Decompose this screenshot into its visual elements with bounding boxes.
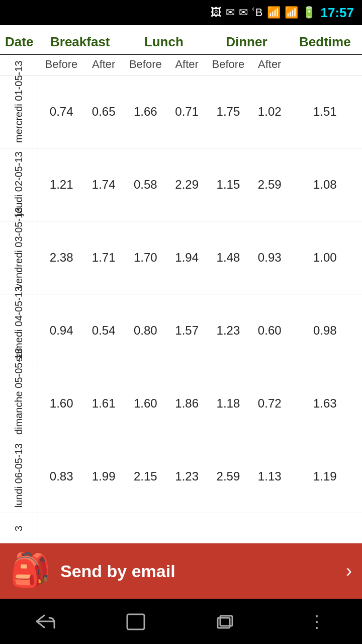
value-cell: 1.66	[123, 75, 169, 148]
col-date: Date	[0, 25, 38, 54]
email-icon-large: 🎒	[10, 551, 50, 591]
value-cell: 0.98	[288, 294, 362, 367]
wifi-icon: 📶	[267, 6, 281, 19]
col-breakfast: Breakfast	[38, 25, 123, 54]
sub-breakfast-after: After	[85, 54, 123, 75]
col-bedtime: Bedtime	[288, 25, 362, 54]
sub-lunch-after: After	[168, 54, 205, 75]
date-cell-partial: 3	[0, 513, 38, 543]
chevron-right-icon: ›	[346, 560, 352, 582]
value-cell: 1.71	[85, 221, 123, 294]
value-cell: 2.15	[123, 440, 169, 513]
value-cell: 0.80	[123, 294, 169, 367]
date-cell: dimanche 05-05-13	[0, 367, 38, 440]
value-cell: 1.19	[288, 440, 362, 513]
table-row-partial: 3	[0, 513, 362, 543]
table-row: lundi 06-05-130.831.992.151.232.591.131.…	[0, 440, 362, 513]
table-row: vendredi 03-05-132.381.711.701.941.480.9…	[0, 221, 362, 294]
value-cell: 1.60	[38, 367, 85, 440]
value-cell: 0.54	[85, 294, 123, 367]
value-cell: 1.74	[85, 148, 123, 221]
email-icon-2: ✉	[239, 6, 248, 19]
col-dinner: Dinner	[205, 25, 288, 54]
email-bar[interactable]: 🎒 Send by email ›	[0, 543, 362, 599]
table-row: dimanche 05-05-131.601.611.601.861.180.7…	[0, 367, 362, 440]
value-cell: 1.18	[205, 367, 251, 440]
status-icons: 🖼 ✉ ✉ ʿB 📶 📶 🔋	[211, 6, 316, 19]
value-cell: 1.23	[205, 294, 251, 367]
table-header-row-2: Before After Before After Before After	[0, 54, 362, 75]
value-cell: 0.93	[251, 221, 288, 294]
sub-lunch-before: Before	[123, 54, 169, 75]
value-cell: 1.99	[85, 440, 123, 513]
nav-bar: ⋮	[0, 599, 362, 644]
value-cell: 1.15	[205, 148, 251, 221]
table-row: samedi 04-05-130.940.540.801.571.230.600…	[0, 294, 362, 367]
home-button[interactable]	[116, 606, 156, 636]
table-row: jeudi 02-05-131.211.740.582.291.152.591.…	[0, 148, 362, 221]
value-cell-partial	[168, 513, 205, 543]
value-cell: 1.70	[123, 221, 169, 294]
value-cell-partial	[205, 513, 251, 543]
value-cell-partial	[85, 513, 123, 543]
sub-dinner-after: After	[251, 54, 288, 75]
value-cell-partial	[288, 513, 362, 543]
sub-dinner-before: Before	[205, 54, 251, 75]
bluetooth-icon: ʿB	[252, 6, 263, 19]
value-cell: 1.51	[288, 75, 362, 148]
email-label: Send by email	[60, 561, 346, 581]
value-cell: 2.29	[168, 148, 205, 221]
signal-icon: 📶	[285, 6, 298, 19]
value-cell: 1.48	[205, 221, 251, 294]
value-cell: 0.71	[168, 75, 205, 148]
svg-rect-1	[127, 614, 144, 629]
value-cell: 1.60	[123, 367, 169, 440]
value-cell: 0.94	[38, 294, 85, 367]
value-cell: 1.08	[288, 148, 362, 221]
value-cell-partial	[251, 513, 288, 543]
value-cell-partial	[38, 513, 85, 543]
date-cell: vendredi 03-05-13	[0, 221, 38, 294]
col-lunch: Lunch	[123, 25, 206, 54]
table-row: mercredi 01-05-130.740.651.660.711.751.0…	[0, 75, 362, 148]
value-cell: 1.61	[85, 367, 123, 440]
value-cell: 0.58	[123, 148, 169, 221]
glucose-table: Date Breakfast Lunch Dinner Bedtime Befo…	[0, 25, 362, 543]
date-cell: mercredi 01-05-13	[0, 75, 38, 148]
data-table[interactable]: Date Breakfast Lunch Dinner Bedtime Befo…	[0, 25, 362, 543]
value-cell: 1.13	[251, 440, 288, 513]
sub-bedtime	[288, 54, 362, 75]
value-cell: 2.38	[38, 221, 85, 294]
battery-icon: 🔋	[302, 6, 316, 19]
recents-button[interactable]	[206, 606, 246, 636]
value-cell: 0.83	[38, 440, 85, 513]
value-cell: 1.21	[38, 148, 85, 221]
value-cell: 1.57	[168, 294, 205, 367]
table-header-row-1: Date Breakfast Lunch Dinner Bedtime	[0, 25, 362, 54]
value-cell: 1.02	[251, 75, 288, 148]
main-content: Date Breakfast Lunch Dinner Bedtime Befo…	[0, 25, 362, 599]
status-bar: 🖼 ✉ ✉ ʿB 📶 📶 🔋 17:57	[0, 0, 362, 25]
value-cell: 1.94	[168, 221, 205, 294]
photo-icon: 🖼	[211, 6, 222, 19]
value-cell: 0.72	[251, 367, 288, 440]
value-cell: 2.59	[251, 148, 288, 221]
value-cell: 1.23	[168, 440, 205, 513]
value-cell: 0.60	[251, 294, 288, 367]
value-cell: 1.86	[168, 367, 205, 440]
value-cell: 1.63	[288, 367, 362, 440]
date-cell: lundi 06-05-13	[0, 440, 38, 513]
value-cell: 2.59	[205, 440, 251, 513]
email-icon-1: ✉	[226, 6, 235, 19]
status-time: 17:57	[321, 5, 354, 21]
sub-breakfast-before: Before	[38, 54, 85, 75]
value-cell: 1.75	[205, 75, 251, 148]
value-cell: 1.00	[288, 221, 362, 294]
value-cell-partial	[123, 513, 169, 543]
more-button[interactable]: ⋮	[297, 606, 337, 636]
value-cell: 0.65	[85, 75, 123, 148]
value-cell: 0.74	[38, 75, 85, 148]
back-button[interactable]	[25, 606, 65, 636]
